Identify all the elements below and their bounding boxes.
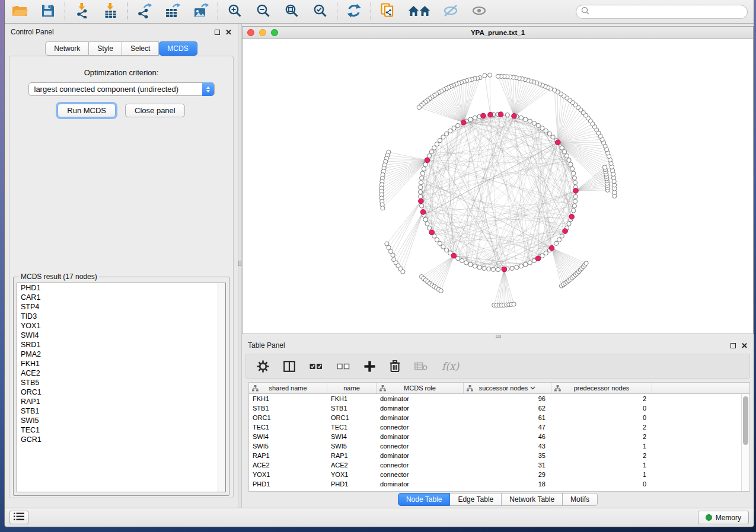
table-cell[interactable]: 0 (551, 413, 652, 422)
import-table-button[interactable] (101, 4, 119, 20)
table-cell[interactable]: dominator (377, 403, 464, 413)
export-network-button[interactable] (135, 4, 153, 20)
zoom-in-button[interactable] (226, 4, 244, 20)
duplicate-network-button[interactable] (379, 4, 397, 20)
float-panel-icon[interactable] (215, 30, 220, 35)
table-row[interactable]: ORC1ORC1dominator610 (249, 413, 749, 422)
search-input[interactable] (592, 8, 742, 16)
table-row[interactable]: STB1STB1dominator620 (249, 403, 749, 413)
select-all-columns-icon[interactable] (310, 363, 323, 370)
function-builder-icon[interactable]: f(x) (442, 360, 459, 372)
show-all-button[interactable] (470, 4, 488, 20)
tab-node-table[interactable]: Node Table (398, 493, 451, 506)
table-cell[interactable]: connector (377, 470, 464, 479)
list-item[interactable]: STB5 (17, 378, 225, 387)
tab-style[interactable]: Style (89, 41, 122, 56)
zoom-out-button[interactable] (254, 4, 272, 20)
table-cell[interactable]: 46 (464, 432, 551, 441)
save-session-button[interactable] (39, 4, 57, 20)
list-item[interactable]: YOX1 (17, 321, 225, 331)
table-cell[interactable]: 35 (464, 451, 551, 460)
table-cell[interactable]: dominator (377, 479, 464, 489)
table-scrollbar[interactable] (741, 394, 749, 491)
first-neighbors-button[interactable] (407, 4, 431, 20)
list-item[interactable]: TID3 (17, 312, 225, 321)
table-cell[interactable]: FKH1 (327, 394, 377, 403)
export-table-button[interactable] (164, 4, 181, 20)
tab-network-table[interactable]: Network Table (502, 493, 563, 506)
splitter-grip[interactable] (496, 335, 501, 338)
vertical-splitter[interactable] (238, 24, 242, 508)
table-cell[interactable]: 61 (464, 413, 551, 422)
list-item[interactable]: FKH1 (17, 359, 225, 368)
table-cell[interactable]: STB1 (249, 403, 327, 413)
table-cell[interactable]: 2 (551, 422, 652, 432)
table-cell[interactable]: STB1 (327, 403, 377, 413)
table-cell[interactable]: RAP1 (327, 451, 377, 460)
column-header-name[interactable]: name (327, 383, 377, 393)
export-image-button[interactable] (192, 4, 210, 20)
splitter-grip[interactable] (238, 261, 241, 266)
scrollbar-thumb[interactable] (743, 396, 748, 445)
zoom-selected-button[interactable] (311, 4, 329, 20)
tab-select[interactable]: Select (122, 41, 159, 56)
close-panel-button[interactable]: Close panel (125, 104, 185, 117)
open-file-button[interactable] (11, 4, 28, 20)
table-row[interactable]: PHD1PHD1dominator180 (249, 479, 749, 489)
list-item[interactable]: CAR1 (17, 293, 225, 302)
table-cell[interactable]: PHD1 (249, 479, 327, 489)
table-cell[interactable]: ACE2 (327, 460, 377, 470)
column-header-predecessor-nodes[interactable]: predecessor nodes (551, 383, 652, 393)
table-row[interactable]: SWI5SWI5connector431 (249, 441, 749, 451)
tab-network[interactable]: Network (45, 41, 89, 56)
table-row[interactable]: RAP1RAP1dominator352 (249, 451, 749, 460)
table-cell[interactable]: 0 (551, 403, 652, 413)
table-cell[interactable]: 2 (551, 394, 652, 403)
tab-edge-table[interactable]: Edge Table (450, 493, 502, 506)
table-cell[interactable]: 62 (464, 403, 551, 413)
table-cell[interactable]: 2 (551, 432, 652, 441)
column-header-shared-name[interactable]: shared name (249, 383, 327, 393)
table-cell[interactable]: 0 (551, 479, 652, 489)
table-cell[interactable]: ORC1 (249, 413, 327, 422)
table-cell[interactable]: 31 (464, 460, 551, 470)
zoom-fit-button[interactable] (283, 4, 301, 20)
table-cell[interactable]: 1 (551, 441, 652, 451)
table-cell[interactable]: connector (377, 422, 464, 432)
tab-mcds[interactable]: MCDS (159, 41, 197, 56)
list-item[interactable]: RAP1 (17, 397, 225, 406)
table-cell[interactable]: 1 (551, 460, 652, 470)
list-item[interactable]: SWI5 (17, 416, 225, 425)
table-cell[interactable]: 29 (464, 470, 551, 479)
delete-column-icon[interactable] (390, 360, 400, 372)
table-cell[interactable]: dominator (377, 394, 464, 403)
table-cell[interactable]: SWI4 (327, 432, 377, 441)
table-cell[interactable]: SWI5 (249, 441, 327, 451)
table-row[interactable]: SWI4SWI4dominator462 (249, 432, 749, 441)
close-panel-icon[interactable]: ✕ (225, 30, 232, 35)
table-cell[interactable]: 1 (551, 470, 652, 479)
table-cell[interactable]: 18 (464, 479, 551, 489)
tab-motifs[interactable]: Motifs (563, 493, 598, 506)
table-row[interactable]: FKH1FKH1dominator962 (249, 394, 749, 403)
import-network-button[interactable] (73, 4, 91, 20)
list-item[interactable]: SWI4 (17, 331, 225, 340)
table-cell[interactable]: RAP1 (249, 451, 327, 460)
table-cell[interactable]: ACE2 (249, 460, 327, 470)
refresh-button[interactable] (345, 4, 363, 20)
network-graph[interactable] (243, 39, 753, 334)
create-column-icon[interactable] (364, 361, 375, 372)
column-header-successor-nodes[interactable]: successor nodes (464, 383, 551, 393)
network-canvas[interactable] (243, 39, 753, 334)
list-item[interactable]: ACE2 (17, 368, 225, 378)
list-item[interactable]: GCR1 (17, 435, 225, 444)
table-cell[interactable]: PHD1 (327, 479, 377, 489)
table-cell[interactable]: 2 (551, 451, 652, 460)
table-cell[interactable]: SWI4 (249, 432, 327, 441)
list-item[interactable]: ORC1 (17, 387, 225, 397)
table-cell[interactable]: connector (377, 460, 464, 470)
hide-selected-button[interactable] (442, 4, 460, 20)
memory-button[interactable]: Memory (698, 511, 749, 524)
list-item[interactable]: TEC1 (17, 425, 225, 435)
table-cell[interactable]: 96 (464, 394, 551, 403)
